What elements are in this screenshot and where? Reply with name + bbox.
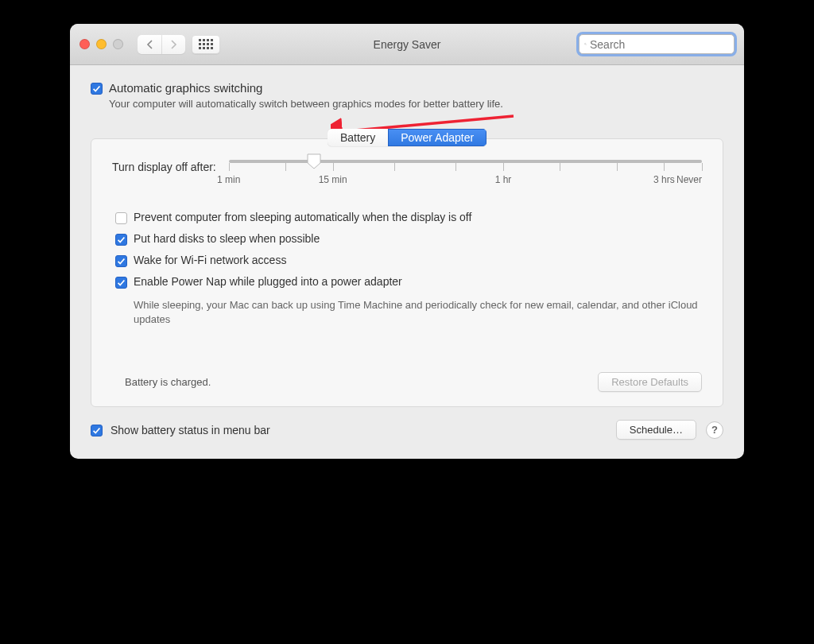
svg-point-0 (584, 43, 586, 45)
slider-tick (455, 163, 456, 171)
schedule-button[interactable]: Schedule… (616, 420, 696, 440)
restore-defaults-button[interactable]: Restore Defaults (598, 372, 702, 392)
tabs: Battery Power Adapter (328, 129, 486, 146)
slider-tick (664, 163, 665, 171)
slider-tick (702, 163, 703, 171)
slider-tick-label: 3 hrs (653, 174, 675, 185)
display-sleep-slider[interactable] (229, 160, 702, 163)
auto-graphics-label: Automatic graphics switching (109, 81, 262, 95)
zoom-window-button (113, 39, 123, 49)
auto-graphics-description: Your computer will automatically switch … (109, 98, 723, 110)
slider-tick (285, 163, 286, 171)
slider-tick (394, 163, 395, 171)
nav-buttons (138, 35, 185, 54)
show-all-button[interactable] (192, 35, 220, 54)
option-label: Put hard disks to sleep when possible (134, 232, 320, 245)
svg-line-1 (586, 45, 587, 45)
option-row: Put hard disks to sleep when possible (115, 232, 702, 246)
help-button[interactable]: ? (706, 421, 723, 439)
option-checkbox-3[interactable] (115, 277, 127, 289)
option-row: Wake for Wi-Fi network access (115, 254, 702, 267)
slider-tick (617, 163, 618, 171)
tab-battery[interactable]: Battery (328, 129, 388, 146)
slider-tick (503, 163, 504, 171)
option-label: Wake for Wi-Fi network access (134, 254, 286, 266)
traffic-lights (79, 39, 123, 49)
menubar-status-label: Show battery status in menu bar (110, 424, 270, 436)
content: Automatic graphics switching Your comput… (70, 65, 744, 459)
option-checkbox-2[interactable] (115, 255, 127, 267)
search-input[interactable] (590, 38, 729, 51)
menubar-status-checkbox[interactable] (91, 425, 103, 436)
prefs-window: Energy Saver Automatic graphics switchin… (70, 24, 744, 459)
settings-panel: Turn display off after: 1 min15 min1 hr3… (91, 138, 723, 407)
option-checkbox-0[interactable] (115, 212, 127, 224)
slider-tick (333, 163, 334, 171)
minimize-window-button[interactable] (96, 39, 107, 49)
option-label: Prevent computer from sleeping automatic… (134, 211, 471, 223)
slider-tick (229, 163, 230, 171)
option-row: Prevent computer from sleeping automatic… (115, 211, 702, 224)
option-label: Enable Power Nap while plugged into a po… (134, 275, 402, 288)
back-button[interactable] (138, 35, 161, 54)
search-icon (584, 39, 587, 49)
slider-tick-label: 1 hr (495, 174, 512, 185)
close-window-button[interactable] (79, 39, 90, 49)
search-field[interactable] (579, 34, 735, 54)
auto-graphics-row: Automatic graphics switching (91, 81, 723, 95)
display-sleep-row: Turn display off after: 1 min15 min1 hr3… (112, 160, 702, 190)
option-description: While sleeping, your Mac can back up usi… (134, 298, 702, 326)
slider-tick (560, 163, 560, 171)
slider-tick-label: 1 min (217, 174, 240, 185)
option-checkbox-1[interactable] (115, 234, 127, 246)
battery-status: Battery is charged. (125, 376, 211, 388)
display-sleep-label: Turn display off after: (112, 160, 216, 173)
slider-tick-label: 15 min (319, 174, 347, 185)
tab-power-adapter[interactable]: Power Adapter (388, 129, 486, 146)
forward-button[interactable] (161, 35, 185, 54)
grid-icon (199, 39, 213, 49)
slider-tick-label: Never (676, 174, 702, 185)
option-row: Enable Power Nap while plugged into a po… (115, 275, 702, 289)
slider-thumb[interactable] (307, 153, 321, 169)
auto-graphics-checkbox[interactable] (91, 83, 103, 95)
toolbar: Energy Saver (70, 24, 744, 65)
